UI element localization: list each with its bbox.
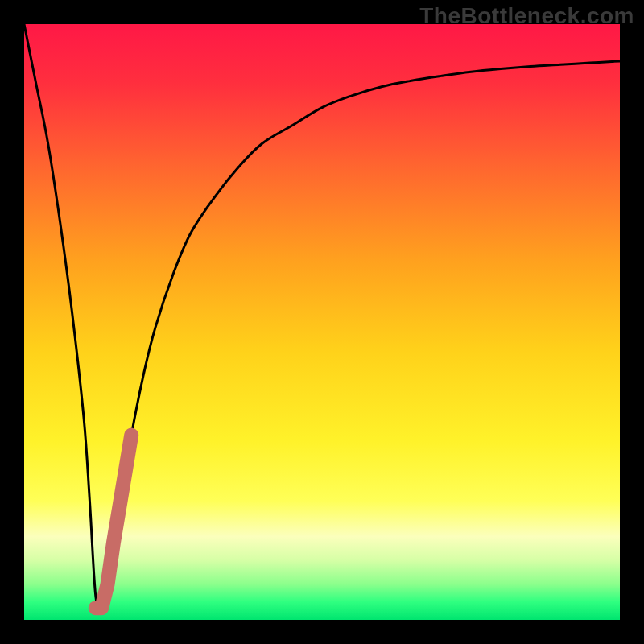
bottleneck-chart <box>24 24 620 620</box>
plot-area <box>24 24 620 620</box>
chart-frame: TheBottleneck.com <box>0 0 644 644</box>
